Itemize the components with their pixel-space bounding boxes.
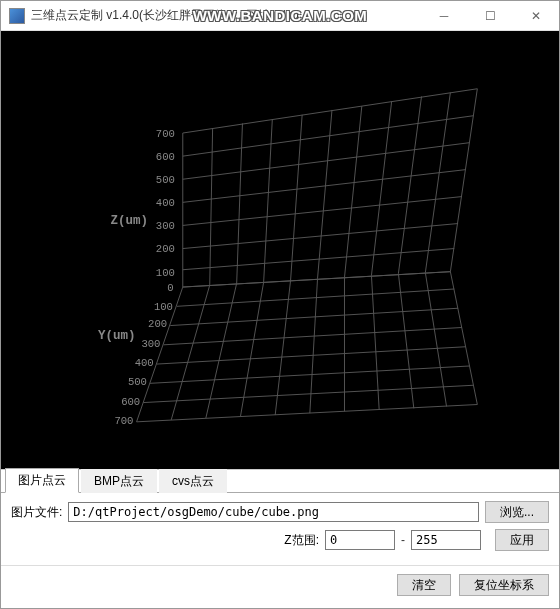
titlebar: 三维点云定制 v1.4.0(长沙红胖子网络 … 网址: blog.... ─ ☐… (1, 1, 559, 31)
apply-button[interactable]: 应用 (495, 529, 549, 551)
reset-coords-button[interactable]: 复位坐标系 (459, 574, 549, 596)
y-axis-label: Y(um) (98, 329, 136, 343)
svg-text:100: 100 (154, 301, 173, 313)
svg-text:100: 100 (156, 267, 175, 279)
file-label: 图片文件: (11, 504, 62, 521)
svg-text:300: 300 (156, 220, 175, 232)
clear-button[interactable]: 清空 (397, 574, 451, 596)
zrange-max-input[interactable] (411, 530, 481, 550)
3d-viewport[interactable]: Z(um) Y(um) 700 600 500 400 300 200 100 … (1, 31, 559, 469)
svg-text:200: 200 (156, 243, 175, 255)
svg-text:400: 400 (156, 197, 175, 209)
app-window: 三维点云定制 v1.4.0(长沙红胖子网络 … 网址: blog.... ─ ☐… (0, 0, 560, 609)
svg-text:0: 0 (167, 282, 173, 294)
zrange-label: Z范围: (284, 532, 319, 549)
svg-text:200: 200 (148, 318, 167, 330)
file-path-input[interactable] (68, 502, 479, 522)
svg-text:600: 600 (121, 396, 140, 408)
tab-image-pointcloud[interactable]: 图片点云 (5, 468, 79, 493)
svg-text:700: 700 (156, 128, 175, 140)
svg-text:300: 300 (141, 338, 160, 350)
minimize-button[interactable]: ─ (421, 1, 467, 31)
tab-bmp-pointcloud[interactable]: BMP点云 (81, 469, 157, 493)
close-button[interactable]: ✕ (513, 1, 559, 31)
range-dash: - (401, 533, 405, 547)
svg-text:700: 700 (114, 415, 133, 427)
tab-strip: 图片点云 BMP点云 cvs点云 (1, 469, 559, 493)
window-title: 三维点云定制 v1.4.0(长沙红胖子网络 … 网址: blog.... (31, 7, 421, 24)
z-axis-label: Z(um) (111, 214, 149, 228)
svg-text:500: 500 (156, 174, 175, 186)
tab-cvs-pointcloud[interactable]: cvs点云 (159, 469, 227, 493)
zrange-min-input[interactable] (325, 530, 395, 550)
back-wall-grid (183, 89, 478, 287)
svg-text:400: 400 (135, 357, 154, 369)
maximize-button[interactable]: ☐ (467, 1, 513, 31)
controls-panel: 图片文件: 浏览... Z范围: - 应用 (1, 493, 559, 565)
window-controls: ─ ☐ ✕ (421, 1, 559, 31)
floor-grid (137, 272, 478, 422)
browse-button[interactable]: 浏览... (485, 501, 549, 523)
app-icon (9, 8, 25, 24)
svg-text:500: 500 (128, 376, 147, 388)
footer: 清空 复位坐标系 (1, 565, 559, 608)
svg-text:600: 600 (156, 151, 175, 163)
